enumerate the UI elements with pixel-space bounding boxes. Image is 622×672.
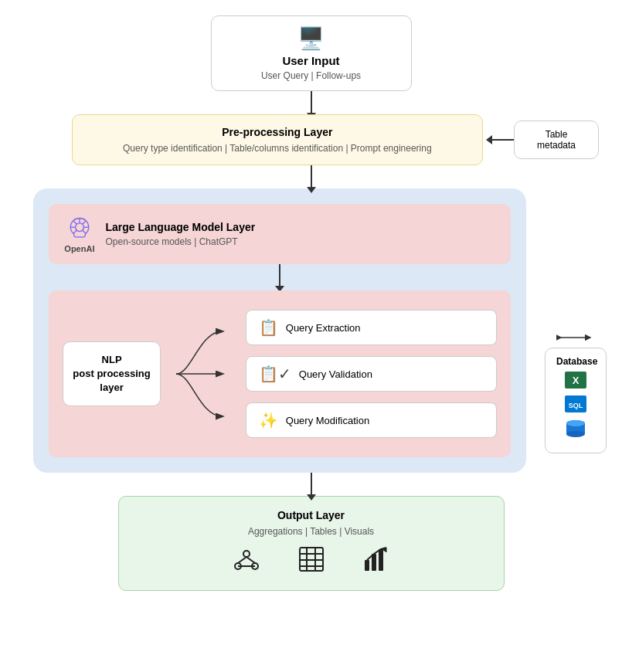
nlp-label: NLP post processing layer	[73, 354, 150, 393]
arrow-pre-to-llm	[311, 165, 312, 188]
svg-rect-22	[365, 560, 369, 571]
output-sub: Aggregations | Tables | Visuals	[142, 526, 481, 537]
llm-box: OpenAI Large Language Model Layer Open-s…	[49, 204, 511, 264]
nlp-outer: NLP post processing layer	[49, 290, 511, 457]
svg-point-10	[243, 551, 250, 557]
llm-outer-container: OpenAI Large Language Model Layer Open-s…	[33, 188, 526, 473]
svg-rect-23	[372, 554, 376, 571]
query-validation-icon: 📋✓	[259, 365, 291, 383]
llm-sub: Open-source models | ChatGPT	[105, 236, 255, 247]
output-title: Output Layer	[142, 509, 481, 521]
nlp-tasks: 📋 Query Extraction 📋✓ Query Validation ✨…	[246, 310, 497, 438]
svg-point-9	[566, 420, 585, 426]
arrow-user-to-pre	[311, 91, 312, 114]
preprocessing-sub: Query type identification | Table/column…	[96, 143, 459, 154]
svg-text:SQL: SQL	[569, 402, 583, 409]
visuals-icon	[363, 546, 389, 578]
svg-rect-24	[379, 549, 383, 571]
diagram: 🖥️ User Input User Query | Follow-ups Pr…	[15, 15, 607, 591]
query-modification-icon: ✨	[259, 411, 278, 429]
output-icons	[142, 546, 481, 578]
preprocessing-title: Pre-processing Layer	[96, 126, 459, 138]
svg-text:X: X	[573, 375, 580, 386]
task-query-modification: ✨ Query Modification	[246, 402, 497, 438]
llm-title: Large Language Model Layer	[105, 221, 255, 233]
openai-label: OpenAI	[64, 244, 94, 253]
preprocessing-box: Pre-processing Layer Query type identifi…	[72, 114, 483, 165]
table-metadata-label: Table metadata	[525, 129, 587, 151]
database-title: Database	[556, 356, 595, 367]
llm-text: Large Language Model Layer Open-source m…	[105, 221, 255, 247]
nlp-arrows-svg	[176, 304, 230, 443]
table-icon	[298, 546, 325, 578]
arrow-llm-to-nlp	[279, 264, 280, 287]
task-query-validation: 📋✓ Query Validation	[246, 356, 497, 392]
task-query-extraction: 📋 Query Extraction	[246, 310, 497, 345]
table-metadata-box: Table metadata	[514, 120, 599, 159]
db-cylinder-icon	[556, 419, 595, 443]
excel-icon: X	[556, 372, 595, 393]
sql-icon: SQL	[556, 395, 595, 417]
svg-line-13	[238, 557, 246, 563]
query-extraction-icon: 📋	[259, 318, 278, 337]
database-box: Database X SQL	[545, 348, 607, 453]
svg-point-8	[566, 431, 585, 437]
aggregation-icon	[233, 546, 260, 578]
task-query-validation-label: Query Validation	[299, 368, 372, 380]
nlp-box: NLP post processing layer	[63, 341, 160, 407]
openai-icon: OpenAI	[64, 215, 94, 253]
task-query-modification-label: Query Modification	[286, 415, 369, 426]
user-input-sub: User Query | Follow-ups	[235, 70, 388, 81]
db-arrow-svg	[556, 332, 595, 343]
task-query-extraction-label: Query Extraction	[286, 322, 361, 334]
user-input-title: User Input	[235, 54, 388, 67]
svg-line-14	[246, 557, 255, 563]
user-input-box: 🖥️ User Input User Query | Follow-ups	[211, 15, 412, 91]
arrow-llm-to-output	[311, 473, 312, 496]
monitor-icon: 🖥️	[235, 25, 388, 51]
output-box: Output Layer Aggregations | Tables | Vis…	[118, 496, 505, 591]
